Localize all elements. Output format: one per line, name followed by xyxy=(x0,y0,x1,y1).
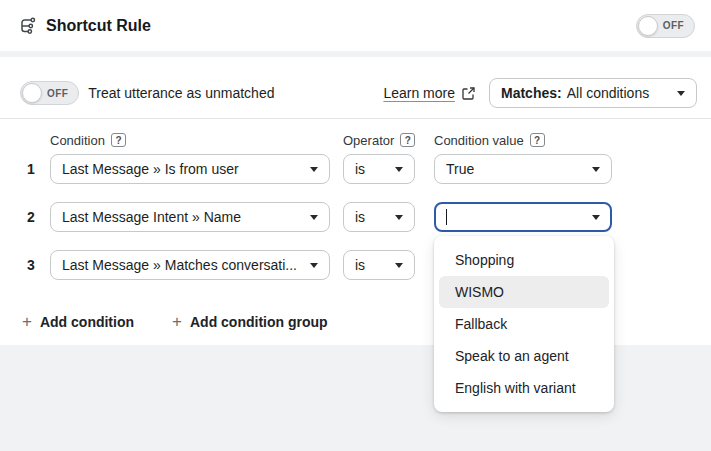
chevron-down-icon xyxy=(677,91,685,96)
menu-item-fallback[interactable]: Fallback xyxy=(439,308,609,340)
unmatched-toggle-label: Treat utterance as unmatched xyxy=(88,85,274,101)
value-select-1[interactable]: True xyxy=(434,154,612,184)
chevron-down-icon xyxy=(592,215,600,220)
operator-select-2[interactable]: is xyxy=(343,202,415,232)
plus-icon: + xyxy=(22,313,32,330)
condition-select-3[interactable]: Last Message » Matches conversati... xyxy=(50,250,330,280)
column-header-condition: Condition ? xyxy=(50,132,126,148)
column-header-operator: Operator ? xyxy=(343,132,415,148)
row-number: 2 xyxy=(22,202,40,232)
learn-more-link[interactable]: Learn more xyxy=(383,85,455,101)
divider xyxy=(0,118,711,119)
operator-select-3[interactable]: is xyxy=(343,250,415,280)
menu-item-speak-to-an-agent[interactable]: Speak to an agent xyxy=(439,340,609,372)
page-title: Shortcut Rule xyxy=(46,17,151,35)
toggle-knob xyxy=(22,83,42,103)
add-condition-button[interactable]: + Add condition xyxy=(22,313,134,330)
unmatched-toggle[interactable]: OFF xyxy=(20,81,79,105)
settings-row: OFF Treat utterance as unmatched Learn m… xyxy=(0,78,711,108)
shortcut-rule-icon xyxy=(16,15,38,37)
matches-select-value: Matches:All conditions xyxy=(501,85,669,101)
chevron-down-icon xyxy=(310,263,318,268)
condition-row-1: 1 Last Message » Is from user is True xyxy=(0,154,711,184)
chevron-down-icon xyxy=(592,167,600,172)
chevron-down-icon xyxy=(310,167,318,172)
rule-enabled-toggle[interactable]: OFF xyxy=(636,14,695,38)
toggle-state-label: OFF xyxy=(42,88,77,99)
external-link-icon xyxy=(462,87,475,100)
text-cursor xyxy=(446,209,447,225)
shortcut-rule-page: Shortcut Rule OFF OFF Treat utterance as… xyxy=(0,0,711,451)
operator-select-1[interactable]: is xyxy=(343,154,415,184)
value-combobox-2-focused[interactable] xyxy=(434,202,612,232)
add-condition-group-button[interactable]: + Add condition group xyxy=(172,313,328,330)
intent-dropdown-menu: Shopping WISMO Fallback Speak to an agen… xyxy=(434,236,614,412)
help-icon[interactable]: ? xyxy=(400,133,415,147)
add-actions-row: + Add condition + Add condition group xyxy=(22,313,328,330)
help-icon[interactable]: ? xyxy=(111,133,126,147)
row-number: 1 xyxy=(22,154,40,184)
column-header-condition-value: Condition value ? xyxy=(434,132,545,148)
chevron-down-icon xyxy=(395,167,403,172)
chevron-down-icon xyxy=(395,215,403,220)
toggle-state-label: OFF xyxy=(658,20,693,31)
row-number: 3 xyxy=(22,250,40,280)
menu-item-shopping[interactable]: Shopping xyxy=(439,244,609,276)
menu-item-english-with-variant[interactable]: English with variant xyxy=(439,372,609,404)
chevron-down-icon xyxy=(395,263,403,268)
condition-row-2: 2 Last Message Intent » Name is xyxy=(0,202,711,232)
toggle-knob xyxy=(638,16,658,36)
help-icon[interactable]: ? xyxy=(530,133,545,147)
header-bar: Shortcut Rule OFF xyxy=(0,0,711,51)
chevron-down-icon xyxy=(310,215,318,220)
plus-icon: + xyxy=(172,313,182,330)
condition-select-2[interactable]: Last Message Intent » Name xyxy=(50,202,330,232)
condition-select-1[interactable]: Last Message » Is from user xyxy=(50,154,330,184)
menu-item-wismo[interactable]: WISMO xyxy=(439,276,609,308)
matches-select[interactable]: Matches:All conditions xyxy=(489,78,697,108)
